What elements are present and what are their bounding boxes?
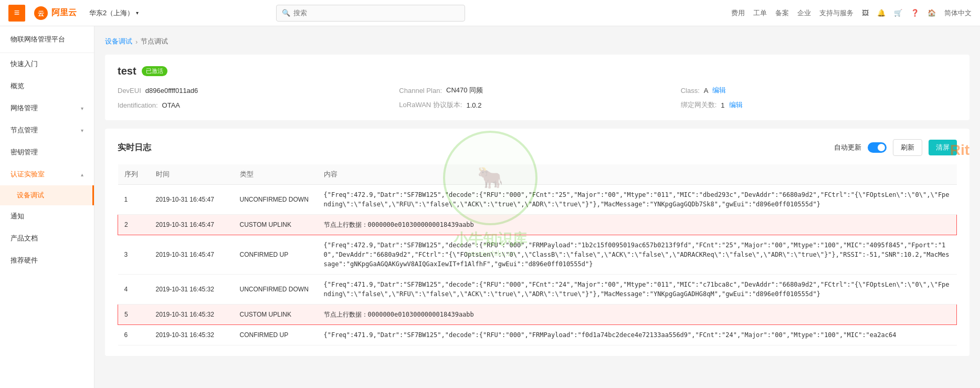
log-table: 序列 时间 类型 内容 12019-10-31 16:45:47UNCONFIR… [118,164,957,345]
lorawan-row: LoRaWAN 协议版本: 1.0.2 [399,100,675,110]
sidebar-item-label: 密钥管理 [10,148,38,157]
row-sequence: 3 [118,235,150,275]
col-time: 时间 [150,164,234,185]
breadcrumb-separator: › [135,38,138,46]
breadcrumb-current: 节点调试 [141,37,168,46]
sidebar-platform-title: 物联网络管理平台 [0,26,94,53]
clear-button[interactable]: 清屏 [929,140,957,155]
row-content: {"Freq":472.9,"Datr":"SF7BW125","decode"… [318,185,957,215]
row-type: CUSTOM UPLINK [234,305,318,325]
logo-text: 阿里云 [51,7,77,18]
nav-language[interactable]: 简体中文 [944,8,972,18]
nav-cart-icon[interactable]: 🛒 [894,9,902,17]
sidebar-subitem-device-debug[interactable]: 设备调试 [0,185,94,205]
lorawan-label: LoRaWAN 协议版本: [399,100,462,110]
sidebar-item-overview[interactable]: 概览 [0,75,94,97]
row-type: CUSTOM UPLINK [234,215,318,235]
nav-image-icon[interactable]: 🖼 [862,9,869,17]
row-type: CONFIRMED UP [234,235,318,275]
sidebar-item-label: 快速入门 [10,59,38,69]
identification-value: OTAA [162,101,180,109]
col-content: 内容 [318,164,957,185]
log-controls: 自动更新 刷新 清屏 [834,139,957,156]
chevron-down-icon: ▾ [81,106,83,111]
chevron-up-icon: ▴ [81,172,83,177]
top-nav: ≡ 云 阿里云 华东2（上海） ▾ 🔍 费用 工单 备案 企业 支持与服务 🖼 … [0,0,980,26]
row-sequence: 4 [118,275,150,305]
channel-plan-row: Channel Plan: CN470 同频 [399,86,675,95]
log-section: 实时日志 自动更新 刷新 清屏 序列 时间 类型 [105,129,970,356]
nav-cost[interactable]: 费用 [731,8,745,18]
row-time: 2019-10-31 16:45:47 [150,185,234,215]
row-sequence: 5 [118,305,150,325]
table-row: 62019-10-31 16:45:32CONFIRMED UP{"Freq":… [118,325,957,345]
auto-update-label: 自动更新 [834,143,861,152]
auto-update-toggle[interactable] [868,142,887,153]
gateway-label: 绑定网关数: [681,100,717,110]
deveui-label: DevEUI [118,87,141,95]
nav-filing[interactable]: 备案 [775,8,789,18]
nav-right-items: 费用 工单 备案 企业 支持与服务 🖼 🔔 🛒 ❓ 🏠 简体中文 [731,8,972,18]
row-type: CONFIRMED UP [234,325,318,345]
row-time: 2019-10-31 16:45:32 [150,275,234,305]
device-header: test 已激活 DevEUI d896e0ffff011ad6 Channel… [105,55,970,120]
breadcrumb: 设备调试 › 节点调试 [105,37,970,46]
nav-home-icon[interactable]: 🏠 [928,9,936,17]
breadcrumb-parent[interactable]: 设备调试 [105,37,132,46]
table-row: 22019-10-31 16:45:47CUSTOM UPLINK节点上行数据：… [118,215,957,235]
table-row: 42019-10-31 16:45:32UNCONFIRMED DOWN{"Fr… [118,275,957,305]
row-content: 节点上行数据：0000000e0103000000018439aabb [318,215,957,235]
channel-plan-label: Channel Plan: [399,87,442,95]
table-row: 12019-10-31 16:45:47UNCONFIRMED DOWN{"Fr… [118,185,957,215]
sidebar-item-label: 设备调试 [17,191,44,200]
deveui-value: d896e0ffff011ad6 [145,87,198,95]
sidebar-item-notification[interactable]: 通知 [0,205,94,227]
region-chevron-icon: ▾ [136,10,139,16]
search-input[interactable] [293,9,459,17]
gateway-edit-link[interactable]: 编辑 [729,100,743,110]
sidebar-item-key-mgmt[interactable]: 密钥管理 [0,141,94,163]
log-table-body: 12019-10-31 16:45:47UNCONFIRMED DOWN{"Fr… [118,185,957,345]
row-type: UNCONFIRMED DOWN [234,185,318,215]
row-content: {"Freq":471.9,"Datr":"SF7BW125","decode"… [318,275,957,305]
logo: 云 阿里云 [34,6,77,20]
hamburger-button[interactable]: ≡ [8,5,25,22]
chevron-down-icon: ▾ [81,128,83,133]
log-title: 实时日志 [118,142,151,153]
sidebar-item-quickstart[interactable]: 快速入门 [0,53,94,75]
row-time: 2019-10-31 16:45:47 [150,235,234,275]
refresh-button[interactable]: 刷新 [893,139,922,156]
sidebar-item-auth-lab[interactable]: 认证实验室 ▴ [0,163,94,185]
col-type: 类型 [234,164,318,185]
nav-ticket[interactable]: 工单 [753,8,767,18]
nav-help-icon[interactable]: ❓ [911,9,919,17]
search-bar: 🔍 [276,5,465,22]
class-edit-link[interactable]: 编辑 [712,86,726,95]
row-time: 2019-10-31 16:45:32 [150,305,234,325]
nav-support[interactable]: 支持与服务 [819,8,853,18]
row-time: 2019-10-31 16:45:32 [150,325,234,345]
nav-bell-icon[interactable]: 🔔 [877,9,886,17]
sidebar-item-node-mgmt[interactable]: 节点管理 ▾ [0,119,94,141]
sidebar-item-hardware[interactable]: 推荐硬件 [0,249,94,271]
sidebar-item-label: 认证实验室 [10,170,45,179]
sidebar-item-label: 节点管理 [10,125,38,135]
table-row: 52019-10-31 16:45:32CUSTOM UPLINK节点上行数据：… [118,305,957,325]
log-table-header: 序列 时间 类型 内容 [118,164,957,185]
sidebar-item-label: 概览 [10,81,24,91]
class-row: Class: A 编辑 [681,86,957,95]
row-type: UNCONFIRMED DOWN [234,275,318,305]
gateway-value: 1 [721,101,724,109]
identification-label: Identification: [118,101,158,109]
region-selector[interactable]: 华东2（上海） ▾ [89,8,139,18]
sidebar-item-network[interactable]: 网络管理 ▾ [0,97,94,119]
device-name: test [118,65,136,77]
deveui-row: DevEUI d896e0ffff011ad6 [118,86,394,95]
sidebar-item-label: 通知 [10,212,24,221]
channel-plan-value: CN470 同频 [446,86,483,95]
class-value: A [704,87,709,95]
nav-enterprise[interactable]: 企业 [797,8,811,18]
sidebar-item-docs[interactable]: 产品文档 [0,227,94,249]
row-sequence: 1 [118,185,150,215]
gateway-row: 绑定网关数: 1 编辑 [681,100,957,110]
